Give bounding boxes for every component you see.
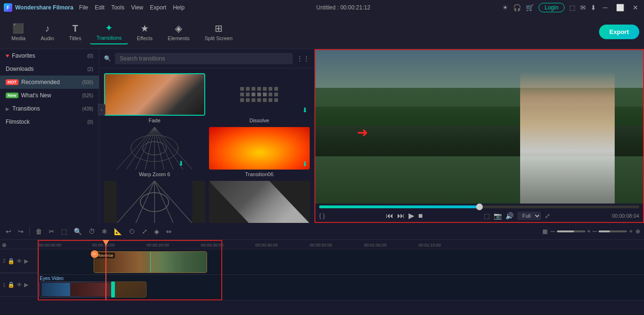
menu-help[interactable]: Help [173, 4, 185, 11]
auto-enhance-button[interactable]: 📐 [112, 227, 124, 236]
track-1-number: 1 [3, 282, 6, 288]
progress-handle[interactable] [476, 204, 483, 210]
screenshot-icon[interactable]: 📷 [494, 212, 502, 220]
cut-button[interactable]: ✂ [47, 227, 56, 236]
bracket-right-icon[interactable]: } [323, 213, 325, 219]
window-title: Untitled : 00:00:21:12 [316, 4, 370, 11]
toolbar-media[interactable]: ⬛ Media [5, 20, 32, 44]
toolbar-transitions[interactable]: ✦ Transitions [90, 19, 128, 44]
zoom-in-timeline-button[interactable]: + [629, 228, 633, 235]
app-icon: F [4, 3, 12, 12]
sidebar-item-recommended[interactable]: HOT Recommended (500) [0, 76, 99, 89]
cart-icon[interactable]: 🛒 [526, 4, 534, 11]
volume-icon[interactable]: 🔊 [505, 212, 513, 220]
download-overlay-icon: ⬇ [302, 106, 308, 114]
toolbar-audio[interactable]: ♪ Audio [34, 20, 61, 44]
menu-bar: File Edit Tools View Export Help [79, 4, 184, 11]
toolbar-titles[interactable]: T Titles [62, 20, 88, 44]
track-2-audio-icon[interactable]: ▶ [24, 258, 28, 264]
crop-button[interactable]: ⬚ [59, 227, 69, 236]
audio-stretch-button[interactable]: ⇔ [164, 227, 174, 236]
timeline-ruler[interactable]: 00:00:00:00 00:00:10:00 00:00:20:00 00:0… [38, 240, 644, 249]
transitions-panel: 🔍 ⋮⋮ Fade [99, 49, 314, 223]
menu-tools[interactable]: Tools [111, 4, 124, 11]
add-to-timeline-icon[interactable]: ⊕ [635, 228, 640, 235]
fullscreen-icon[interactable]: ⤢ [545, 212, 550, 220]
close-button[interactable]: ✕ [631, 4, 640, 11]
sidebar-item-downloads[interactable]: Downloads (2) [0, 62, 99, 76]
track-2-lock-icon[interactable]: 🔒 [8, 258, 15, 264]
search-bar: 🔍 ⋮⋮ [99, 49, 314, 68]
add-track-button[interactable]: ⊕ [2, 242, 7, 248]
fire-download-icon: ⬇ [302, 160, 308, 168]
playhead[interactable] [105, 240, 106, 300]
login-button[interactable]: Login [539, 3, 565, 12]
transition-fade[interactable]: Fade [104, 73, 205, 123]
video-clip[interactable]: Reverse [94, 251, 207, 273]
menu-edit[interactable]: Edit [95, 4, 104, 11]
transition-dissolve[interactable]: ⬇ Dissolve [209, 73, 310, 123]
zoom-out-button[interactable]: ─ [592, 228, 597, 235]
sidebar-item-whats-new[interactable]: New What's New (525) [0, 89, 99, 102]
fit-timeline-button[interactable]: ⤢ [140, 227, 149, 236]
sidebar-item-favorites[interactable]: ♥ Favorites (0) [0, 49, 99, 62]
freeze-frame-button[interactable]: ❄ [100, 227, 109, 236]
color-match-button[interactable]: ⏲ [127, 227, 137, 236]
svg-text:⬇: ⬇ [178, 160, 184, 167]
sidebar-item-transitions[interactable]: ▶ Transitions (439) [0, 102, 99, 115]
menu-view[interactable]: View [131, 4, 143, 11]
timeline-toolbar: ↩ ↪ 🗑 ✂ ⬚ 🔍 ⏱ ❄ 📐 ⏲ ⤢ ◈ ⇔ ▦ ─ + ─ [0, 223, 644, 240]
volume-slider[interactable] [557, 230, 585, 232]
maximize-button[interactable]: ⬜ [614, 4, 626, 11]
zoom-in-button[interactable]: 🔍 [72, 227, 84, 236]
volume-up-button[interactable]: + [587, 228, 591, 235]
undo-button[interactable]: ↩ [4, 227, 13, 236]
menu-export[interactable]: Export [150, 4, 166, 11]
menu-file[interactable]: File [79, 4, 88, 11]
track-1-audio-icon[interactable]: ▶ [24, 281, 28, 288]
rewind-button[interactable]: ⏮ [386, 212, 393, 220]
transition-warp-zoom[interactable]: ⬇ Warp Zoom 6 [104, 127, 205, 177]
audio-clip-2[interactable] [113, 281, 147, 298]
step-back-button[interactable]: ⏭ [397, 212, 405, 220]
minimize-button[interactable]: ─ [601, 4, 609, 11]
download-icon[interactable]: ⬇ [591, 4, 596, 11]
sidebar-item-filmstock[interactable]: Filmstock (0) [0, 115, 99, 128]
sun-icon[interactable]: ☀ [502, 4, 508, 11]
transition-partial1[interactable] [104, 181, 205, 223]
track-2-eye-icon[interactable]: 👁 [17, 258, 22, 264]
timeline-content: ⊕ 2 🔒 👁 ▶ 1 🔒 👁 ▶ 00: [0, 240, 644, 300]
partial1-thumbnail [104, 181, 205, 223]
save-icon[interactable]: ⬚ [569, 4, 575, 11]
transition-partial2[interactable] [209, 181, 310, 223]
track-1-eye-icon[interactable]: 👁 [17, 281, 22, 288]
search-input[interactable] [115, 53, 293, 64]
clip-speed-button[interactable]: ⏱ [87, 227, 97, 236]
volume-down-button[interactable]: ─ [550, 228, 555, 235]
toolbar-split-screen[interactable]: ⊞ Split Screen [198, 20, 239, 44]
toolbar-divider [29, 227, 30, 236]
mail-icon[interactable]: ✉ [580, 4, 586, 11]
toolbar-effects[interactable]: ★ Effects [130, 20, 159, 44]
play-button[interactable]: ▶ [409, 211, 414, 220]
ruler-mark-5: 00:00:50:00 [310, 240, 332, 249]
sidebar-collapse-button[interactable]: ‹ [98, 104, 105, 115]
timeline-scrubber[interactable] [319, 205, 639, 208]
stop-button[interactable]: ■ [418, 212, 423, 220]
timeline-zoom-slider[interactable] [599, 230, 627, 232]
grid-view-icon[interactable]: ⋮⋮ [296, 55, 310, 62]
cut-highlight [111, 281, 115, 298]
transition-fire[interactable]: ⬇ Transition06 [209, 127, 310, 177]
audio-fade-button[interactable]: ◈ [152, 227, 161, 236]
track-controls: ⊕ 2 🔒 👁 ▶ 1 🔒 👁 ▶ [0, 240, 38, 300]
redo-button[interactable]: ↪ [16, 227, 26, 236]
headphone-icon[interactable]: 🎧 [513, 4, 521, 11]
toolbar-elements[interactable]: ◈ Elements [161, 20, 196, 44]
zoom-select[interactable]: Full [517, 212, 541, 220]
bracket-left-icon[interactable]: { [319, 213, 321, 219]
delete-button[interactable]: 🗑 [34, 227, 44, 236]
screen-mirror-icon[interactable]: ⬚ [484, 212, 490, 220]
elements-icon: ◈ [175, 23, 182, 34]
track-1-lock-icon[interactable]: 🔒 [8, 281, 15, 288]
export-button[interactable]: Export [599, 25, 639, 39]
